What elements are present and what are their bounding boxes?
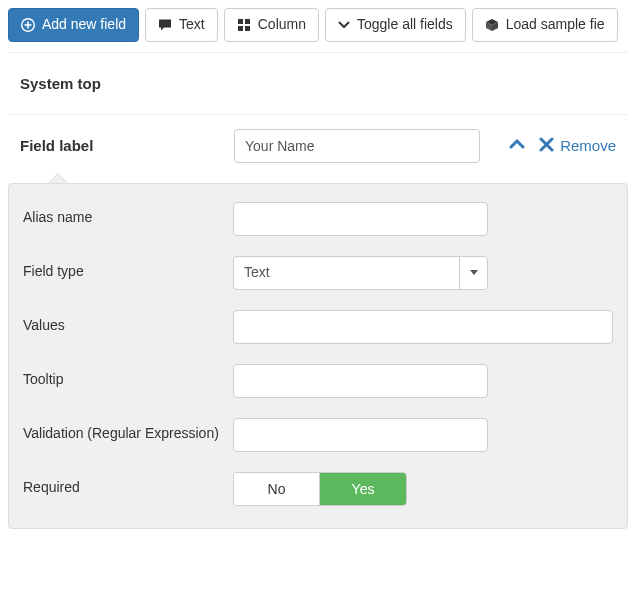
field-label-input[interactable]	[234, 129, 480, 163]
svg-rect-4	[245, 19, 250, 24]
row-validation: Validation (Regular Expression)	[23, 418, 613, 452]
field-type-select[interactable]: Text	[233, 256, 488, 290]
svg-rect-6	[245, 26, 250, 31]
button-label: Toggle all fields	[357, 15, 453, 35]
row-field-type: Field type Text	[23, 256, 613, 290]
button-label: Load sample fie	[506, 15, 605, 35]
chevron-up-icon	[509, 136, 525, 155]
tooltip-label: Tooltip	[23, 364, 233, 387]
values-input[interactable]	[233, 310, 613, 344]
validation-label: Validation (Regular Expression)	[23, 418, 233, 441]
row-alias-name: Alias name	[23, 202, 613, 236]
values-label: Values	[23, 310, 233, 333]
alias-name-input[interactable]	[233, 202, 488, 236]
row-values: Values	[23, 310, 613, 344]
field-actions: Remove	[509, 136, 616, 155]
required-yes-button[interactable]: Yes	[320, 473, 406, 505]
svg-rect-5	[238, 26, 243, 31]
toggle-all-fields-button[interactable]: Toggle all fields	[325, 8, 466, 42]
chevron-down-icon	[338, 19, 350, 31]
field-label-caption: Field label	[20, 137, 220, 154]
plus-circle-icon	[21, 18, 35, 32]
remove-label: Remove	[560, 137, 616, 154]
comment-icon	[158, 18, 172, 32]
panel-arrow-icon	[48, 173, 68, 183]
cube-icon	[485, 18, 499, 32]
row-required: Required No Yes	[23, 472, 613, 506]
required-toggle: No Yes	[233, 472, 407, 506]
toolbar: Add new field Text Column Toggle all fie…	[8, 8, 628, 52]
section-title: System top	[8, 53, 628, 114]
field-type-label: Field type	[23, 256, 233, 279]
field-type-value: Text	[234, 257, 459, 289]
caret-down-icon	[459, 257, 487, 289]
collapse-button[interactable]	[509, 136, 525, 155]
required-label: Required	[23, 472, 233, 495]
remove-button[interactable]: Remove	[539, 137, 616, 155]
button-label: Text	[179, 15, 205, 35]
field-header: Field label Remove	[8, 115, 628, 169]
load-sample-button[interactable]: Load sample fie	[472, 8, 618, 42]
add-new-field-button[interactable]: Add new field	[8, 8, 139, 42]
button-label: Column	[258, 15, 306, 35]
alias-name-label: Alias name	[23, 202, 233, 225]
validation-input[interactable]	[233, 418, 488, 452]
row-tooltip: Tooltip	[23, 364, 613, 398]
button-label: Add new field	[42, 15, 126, 35]
tooltip-input[interactable]	[233, 364, 488, 398]
required-no-button[interactable]: No	[234, 473, 320, 505]
column-button[interactable]: Column	[224, 8, 319, 42]
field-detail-panel: Alias name Field type Text Values Toolti…	[8, 183, 628, 529]
text-button[interactable]: Text	[145, 8, 218, 42]
close-icon	[539, 137, 554, 155]
grid-icon	[237, 18, 251, 32]
svg-rect-3	[238, 19, 243, 24]
